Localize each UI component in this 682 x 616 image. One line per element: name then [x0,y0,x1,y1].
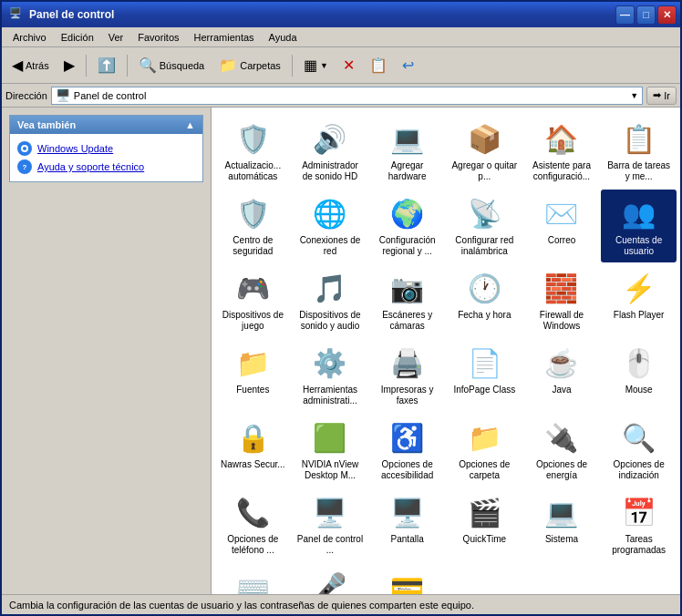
main-window: 🖥️ Panel de control — □ ✕ Archivo Edició… [0,0,682,616]
back-button[interactable]: ◀ Atrás [5,52,56,79]
maximize-button[interactable]: □ [636,5,656,25]
icon-item-26[interactable]: ♿Opciones de accesibilidad [369,414,445,487]
folders-label: Carpetas [240,60,281,71]
icon-item-33[interactable]: 🎬QuickTime [447,488,522,561]
icon-image-15: 🕐 [466,270,502,306]
icon-item-24[interactable]: 🔒Nawras Secur... [215,414,291,487]
icon-image-6: 🛡️ [234,195,271,231]
icon-item-25[interactable]: 🟩NVIDIA nView Desktop M... [293,414,368,487]
sidebar-link-windows-update[interactable]: Windows Update [17,141,195,156]
delete-icon: ✕ [343,56,355,74]
icon-label-24: Nawras Secur... [221,459,285,470]
icon-item-36[interactable]: ⌨️Teclado [215,563,291,594]
sidebar: Vea también ▲ Windows Update [2,108,212,594]
menu-edicion[interactable]: Edición [54,30,101,45]
back-icon: ◀ [12,56,23,74]
go-button[interactable]: ➡ Ir [646,87,677,105]
icon-item-23[interactable]: 🖱️Mouse [601,339,677,412]
icon-item-4[interactable]: 🏠Asistente para configuració... [524,115,600,188]
icon-label-12: Dispositivos de juego [219,310,287,332]
copy-button[interactable]: 📋 [363,52,394,79]
icon-image-36: ⌨️ [234,569,271,594]
view-dropdown-arrow: ▼ [320,61,328,70]
title-bar: 🖥️ Panel de control — □ ✕ [2,2,680,27]
icon-item-13[interactable]: 🎵Dispositivos de sonido y audio [293,264,368,337]
icon-item-31[interactable]: 🖥️Panel de control ... [293,488,368,561]
icon-item-14[interactable]: 📷Escáneres y cámaras [369,264,445,337]
icon-image-35: 📅 [621,494,657,530]
address-label: Dirección [5,90,47,101]
icon-item-35[interactable]: 📅Tareas programadas [601,488,677,561]
icon-label-8: Configuración regional y ... [373,235,441,257]
address-bar: Dirección 🖥️ Panel de control ▼ ➡ Ir [2,84,680,108]
search-button[interactable]: 🔍 Búsqueda [132,52,212,79]
icon-item-22[interactable]: ☕Java [524,339,600,412]
icon-item-3[interactable]: 📦Agregar o quitar p... [447,115,522,188]
icon-item-29[interactable]: 🔍Opciones de indización [601,414,677,487]
icon-item-32[interactable]: 🖥️Pantalla [369,488,445,561]
icon-image-14: 📷 [389,270,426,306]
icon-item-34[interactable]: 💻Sistema [524,488,600,561]
menu-archivo[interactable]: Archivo [5,30,54,45]
icon-image-34: 💻 [543,494,580,530]
icon-item-17[interactable]: ⚡Flash Player [601,264,677,337]
icon-item-8[interactable]: 🌍Configuración regional y ... [369,190,445,262]
icon-label-17: Flash Player [614,310,665,321]
icon-label-18: Fuentes [236,385,269,395]
icon-image-29: 🔍 [621,419,657,456]
icon-item-10[interactable]: ✉️Correo [524,190,600,262]
icon-item-1[interactable]: 🔊Administrador de sonido HD [293,115,368,188]
address-input-wrap[interactable]: 🖥️ Panel de control ▼ [51,87,643,105]
icon-item-19[interactable]: ⚙️Herramientas administrati... [293,339,368,412]
menu-favoritos[interactable]: Favoritos [130,30,186,45]
icon-item-5[interactable]: 📋Barra de tareas y me... [601,115,677,188]
main-area: Vea también ▲ Windows Update [2,108,680,594]
menu-ayuda[interactable]: Ayuda [262,30,305,45]
icon-item-9[interactable]: 📡Configurar red inalámbrica [447,190,522,262]
sidebar-collapse-icon[interactable]: ▲ [185,119,195,130]
up-icon: ⬆️ [98,56,116,74]
undo-button[interactable]: ↩ [396,52,420,79]
icon-item-27[interactable]: 📁Opciones de carpeta [447,414,522,487]
icons-area: 🛡️Actualizacio... automáticas🔊Administra… [212,108,680,594]
close-button[interactable]: ✕ [657,5,677,25]
icon-item-30[interactable]: 📞Opciones de teléfono ... [215,488,291,561]
icons-grid: 🛡️Actualizacio... automáticas🔊Administra… [215,115,677,594]
icon-item-2[interactable]: 💻Agregar hardware [369,115,445,188]
menu-ver[interactable]: Ver [101,30,131,45]
icon-item-0[interactable]: 🛡️Actualizacio... automáticas [215,115,291,188]
icon-item-11[interactable]: 👥Cuentas de usuario [601,190,677,262]
status-text: Cambia la configuración de las cuentas d… [9,600,474,611]
icon-image-23: 🖱️ [621,344,657,381]
icon-item-12[interactable]: 🎮Dispositivos de juego [215,264,291,337]
icon-item-20[interactable]: 🖨️Impresoras y faxes [369,339,445,412]
icon-label-16: Firewall de Windows [528,310,596,332]
icon-item-7[interactable]: 🌐Conexiones de red [293,190,368,262]
icon-item-37[interactable]: 🎤Voz [293,563,368,594]
icon-image-16: 🧱 [543,270,580,306]
icon-item-16[interactable]: 🧱Firewall de Windows [524,264,600,337]
icon-item-28[interactable]: 🔌Opciones de energía [524,414,600,487]
up-button[interactable]: ⬆️ [91,52,122,79]
icon-image-24: 🔒 [234,419,271,456]
sidebar-link-ayuda[interactable]: ? Ayuda y soporte técnico [17,159,195,174]
forward-button[interactable]: ▶ [57,52,81,79]
icon-item-18[interactable]: 📁Fuentes [215,339,291,412]
icon-item-38[interactable]: 💳Windows CardSpace [369,563,445,594]
icon-item-15[interactable]: 🕐Fecha y hora [447,264,522,337]
icon-label-5: Barra de tareas y me... [604,160,673,182]
icon-image-18: 📁 [234,344,271,381]
minimize-button[interactable]: — [615,5,635,25]
icon-image-28: 🔌 [543,419,580,456]
icon-item-6[interactable]: 🛡️Centro de seguridad [215,190,291,262]
icon-label-20: Impresoras y faxes [373,385,441,406]
delete-button[interactable]: ✕ [336,52,361,79]
folders-button[interactable]: 📁 Carpetas [212,52,287,79]
icon-image-37: 🎤 [312,569,348,594]
copy-icon: 📋 [369,56,388,74]
icon-label-29: Opciones de indización [604,459,673,481]
view-button[interactable]: ▦ ▼ [297,52,335,79]
icon-item-21[interactable]: 📄InfoPage Class [447,339,522,412]
icon-image-11: 👥 [621,195,657,231]
menu-herramientas[interactable]: Herramientas [187,30,262,45]
